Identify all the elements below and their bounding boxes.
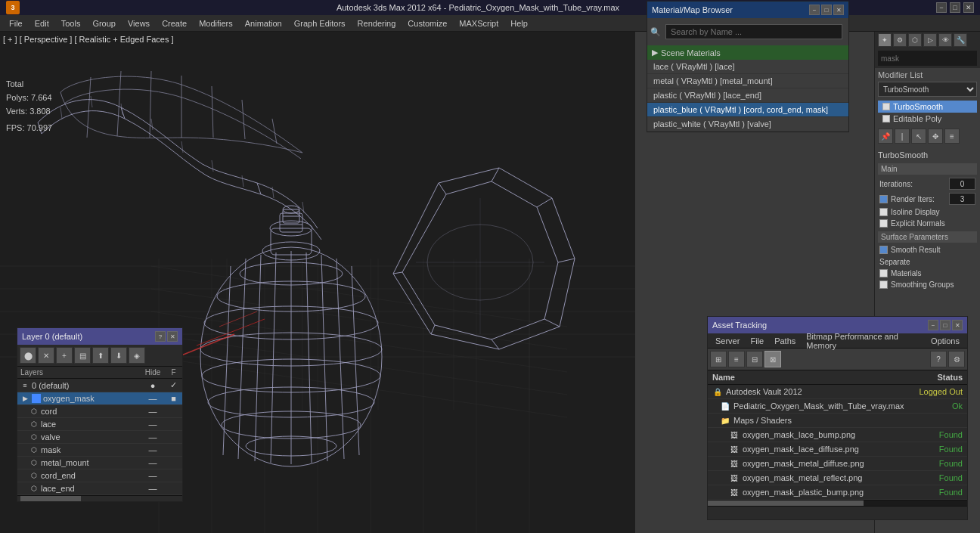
modifier-select[interactable]: TurboSmooth (878, 82, 977, 97)
asset-row-plastic-bump[interactable]: 🖼 oxygen_mask_plastic_bump.png Found (708, 485, 967, 500)
asset-row-maps-folder[interactable]: 📁 Maps / Shaders (708, 414, 967, 428)
layer-icon-oxygen-mask: ▶ (20, 394, 29, 403)
menu-maxscript[interactable]: MAXScript (453, 17, 504, 29)
asset-icon-lace-bump: 🖼 (729, 429, 740, 440)
modifier-turbosmooth[interactable]: TurboSmooth (878, 101, 977, 113)
menu-create[interactable]: Create (156, 17, 193, 29)
rp-tool-cursor[interactable]: ↖ (911, 129, 926, 144)
asset-menu-file[interactable]: File (746, 336, 768, 346)
mat-scene-materials-header[interactable]: ▶ Scene Materials (647, 45, 848, 60)
search-input[interactable] (878, 51, 977, 66)
asset-menu-bitmap[interactable]: Bitmap Performance and Memory (802, 332, 925, 350)
layer-item-oxygen-mask[interactable]: ▶ oxygen_mask — ■ (17, 392, 182, 405)
rp-icon-create[interactable]: ✦ (878, 33, 892, 47)
asset-tb-settings[interactable]: ⚙ (948, 351, 965, 367)
ts-isoline-check[interactable] (879, 208, 888, 216)
rp-icon-utilities[interactable]: 🔧 (954, 33, 967, 47)
asset-row-metal-diffuse[interactable]: 🖼 oxygen_mask_metal_diffuse.png Found (708, 457, 967, 471)
asset-row-main-file[interactable]: 📄 Pediatric_Oxygen_Mask_with_Tube_vray.m… (708, 399, 967, 414)
asset-close[interactable]: ✕ (952, 320, 963, 330)
editable-poly-checkbox[interactable] (882, 115, 890, 122)
rp-icon-display[interactable]: 👁 (938, 33, 952, 47)
mat-item-plastic[interactable]: plastic ( VRayMtl ) [lace_end] (647, 88, 848, 103)
mat-item-metal[interactable]: metal ( VRayMtl ) [metal_mount] (647, 74, 848, 88)
layer-tb-up[interactable]: ⬆ (92, 347, 109, 364)
layer-scrollbar[interactable] (17, 495, 182, 501)
layer-name-lace: lace (41, 420, 138, 429)
ts-render-iters-check[interactable] (879, 195, 888, 203)
layer-tb-down[interactable]: ⬇ (110, 347, 127, 364)
ts-explicit-check[interactable] (879, 219, 888, 228)
layer-item-lace[interactable]: ⬡ lace — (17, 418, 182, 431)
menu-file[interactable]: File (3, 17, 29, 29)
mat-search-input[interactable] (665, 24, 842, 39)
layer-item-mask[interactable]: ⬡ mask — (17, 444, 182, 457)
layer-help-btn[interactable]: ? (155, 331, 166, 342)
menu-modifiers[interactable]: Modifiers (193, 17, 239, 29)
mat-item-plastic-blue[interactable]: plastic_blue ( VRayMtl ) [cord, cord_end… (647, 103, 848, 117)
menu-tools[interactable]: Tools (55, 17, 87, 29)
asset-maximize[interactable]: □ (940, 320, 951, 330)
ts-render-iters-input[interactable] (949, 193, 975, 205)
layer-close-btn[interactable]: ✕ (167, 331, 178, 342)
asset-icon-maps-folder: 📁 (720, 415, 730, 426)
close-btn[interactable]: ✕ (963, 2, 974, 13)
asset-tb-list[interactable]: ≡ (728, 351, 745, 367)
mat-browser-minimize[interactable]: − (809, 5, 820, 15)
layer-tb-list[interactable]: ▤ (74, 347, 91, 364)
turbosmooth-checkbox[interactable] (882, 103, 890, 110)
layer-item-lace-end[interactable]: ⬡ lace_end — (17, 482, 182, 495)
menu-animation[interactable]: Animation (239, 17, 288, 29)
layer-tb-add[interactable]: + (56, 347, 73, 364)
rp-icon-motion[interactable]: ▷ (923, 33, 937, 47)
menu-graph-editors[interactable]: Graph Editors (288, 17, 352, 29)
ts-smooth-check[interactable] (879, 246, 888, 254)
mat-browser-maximize[interactable]: □ (821, 5, 832, 15)
mat-item-lace[interactable]: lace ( VRayMtl ) [lace] (647, 60, 848, 74)
asset-row-vault[interactable]: 🔒 Autodesk Vault 2012 Logged Out (708, 385, 967, 399)
asset-minimize[interactable]: − (928, 320, 938, 330)
asset-tb-detail2[interactable]: ⊠ (764, 351, 781, 367)
menu-group[interactable]: Group (86, 17, 122, 29)
ts-smoothing-check[interactable] (879, 280, 888, 289)
layer-tb-delete[interactable]: ✕ (38, 347, 54, 364)
layer-tb-select[interactable]: ⬤ (20, 347, 36, 364)
asset-tb-help[interactable]: ? (930, 351, 947, 367)
layer-item-valve[interactable]: ⬡ valve — (17, 431, 182, 444)
menu-views[interactable]: Views (122, 17, 156, 29)
rp-tool-pin[interactable]: 📌 (878, 129, 893, 144)
ts-iterations-input[interactable] (949, 178, 975, 190)
asset-scrollbar[interactable] (708, 500, 967, 506)
ts-materials-check[interactable] (879, 269, 888, 277)
rp-icon-hierarchy[interactable]: ⬡ (908, 33, 922, 47)
layer-name-oxygen-mask: oxygen_mask (43, 394, 138, 403)
layer-item-cord-end[interactable]: ⬡ cord_end — (17, 469, 182, 482)
turbosmooth-label: TurboSmooth (893, 102, 943, 111)
asset-menu-paths[interactable]: Paths (770, 336, 800, 346)
mat-browser-close[interactable]: ✕ (833, 5, 844, 15)
menu-customize[interactable]: Customize (402, 17, 453, 29)
asset-row-lace-bump[interactable]: 🖼 oxygen_mask_lace_bump.png Found (708, 428, 967, 442)
rp-tool-move[interactable]: ✥ (928, 129, 943, 144)
layer-item-default[interactable]: ≡ 0 (default) ● ✓ (17, 379, 182, 392)
mat-item-plastic-white[interactable]: plastic_white ( VRayMtl ) [valve] (647, 117, 848, 132)
layer-item-cord[interactable]: ⬡ cord — (17, 405, 182, 418)
rp-tool-v[interactable]: | (895, 129, 910, 144)
asset-row-lace-diffuse[interactable]: 🖼 oxygen_mask_lace_diffuse.png Found (708, 442, 967, 457)
minimize-btn[interactable]: − (936, 2, 947, 13)
asset-tb-grid[interactable]: ⊞ (710, 351, 727, 367)
menu-help[interactable]: Help (504, 17, 534, 29)
modifier-editable-poly[interactable]: Editable Poly (878, 113, 977, 125)
maximize-btn[interactable]: □ (950, 2, 960, 13)
layer-icon-mask: ⬡ (29, 445, 39, 454)
rp-icon-modify[interactable]: ⚙ (893, 33, 907, 47)
asset-row-metal-reflect[interactable]: 🖼 oxygen_mask_metal_reflect.png Found (708, 471, 967, 485)
menu-rendering[interactable]: Rendering (352, 17, 402, 29)
layer-tb-settings[interactable]: ◈ (129, 347, 145, 364)
menu-edit[interactable]: Edit (29, 17, 55, 29)
asset-tb-detail[interactable]: ⊟ (746, 351, 763, 367)
layer-item-metal-mount[interactable]: ⬡ metal_mount — (17, 457, 182, 469)
asset-menu-options[interactable]: Options (926, 336, 964, 346)
asset-menu-server[interactable]: Server (711, 336, 744, 346)
rp-tool-settings[interactable]: ≡ (944, 129, 960, 144)
